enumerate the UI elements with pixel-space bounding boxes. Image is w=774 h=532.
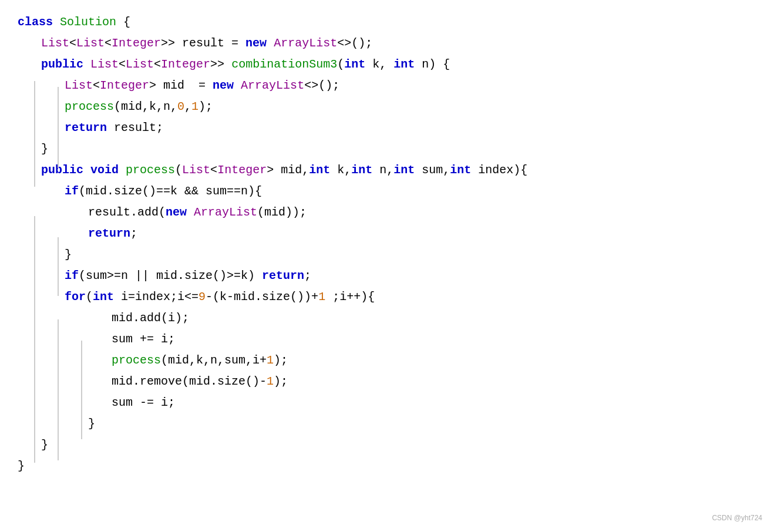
line-13: if(sum>=n || mid.size()>=k) return;	[18, 265, 774, 287]
line-22: }	[18, 456, 774, 477]
line-2: List<List<Integer>> result = new ArrayLi…	[18, 33, 774, 54]
classname: Solution	[60, 12, 116, 33]
line-19: sum -= i;	[18, 392, 774, 413]
watermark: CSDN @yht724	[712, 512, 762, 525]
line-21: }	[18, 435, 774, 456]
block-border-if1	[58, 237, 59, 296]
line-16: sum += i;	[18, 329, 774, 350]
line-5: process(mid,k,n,0,1);	[18, 96, 774, 117]
line-15: mid.add(i);	[18, 308, 774, 329]
line-7: }	[18, 139, 774, 160]
line-17: process(mid,k,n,sum,i+1);	[18, 350, 774, 371]
block-border-method1	[34, 81, 35, 187]
line-9: if(mid.size()==k && sum==n){	[18, 181, 774, 202]
block-border-method2	[34, 216, 35, 463]
block-border-method1-inner	[58, 87, 59, 168]
block-border-for-inner	[81, 341, 82, 439]
line-18: mid.remove(mid.size()-1);	[18, 371, 774, 392]
block-border-for	[58, 319, 59, 460]
line-8: public void process(List<Integer> mid,in…	[18, 160, 774, 181]
code-block: class Solution { List<List<Integer>> res…	[12, 12, 774, 477]
line-6: return result;	[18, 117, 774, 139]
line-1: class Solution {	[18, 12, 774, 33]
line-12: }	[18, 244, 774, 265]
line-4: List<Integer> mid = new ArrayList<>();	[18, 75, 774, 96]
line-11: return;	[18, 223, 774, 244]
keyword-class: class	[18, 12, 53, 33]
line-14: for(int i=index;i<=9-(k-mid.size())+1 ;i…	[18, 287, 774, 308]
line-3: public List<List<Integer>> combinationSu…	[18, 54, 774, 75]
line-10: result.add(new ArrayList(mid));	[18, 202, 774, 223]
line-20: }	[18, 413, 774, 435]
